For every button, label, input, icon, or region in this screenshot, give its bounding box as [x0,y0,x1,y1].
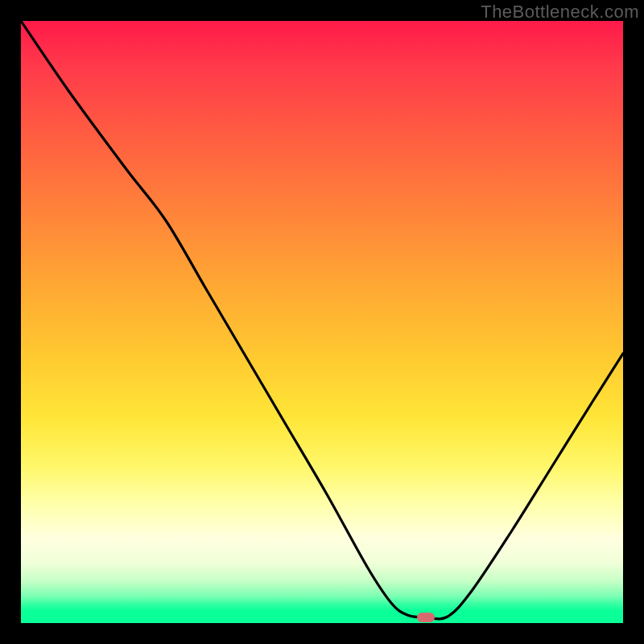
chart-frame: TheBottleneck.com [0,0,644,644]
watermark-text: TheBottleneck.com [481,2,639,23]
curve-svg [21,21,623,623]
bottleneck-curve [21,21,623,619]
optimal-marker [417,613,435,622]
plot-area [21,21,623,623]
